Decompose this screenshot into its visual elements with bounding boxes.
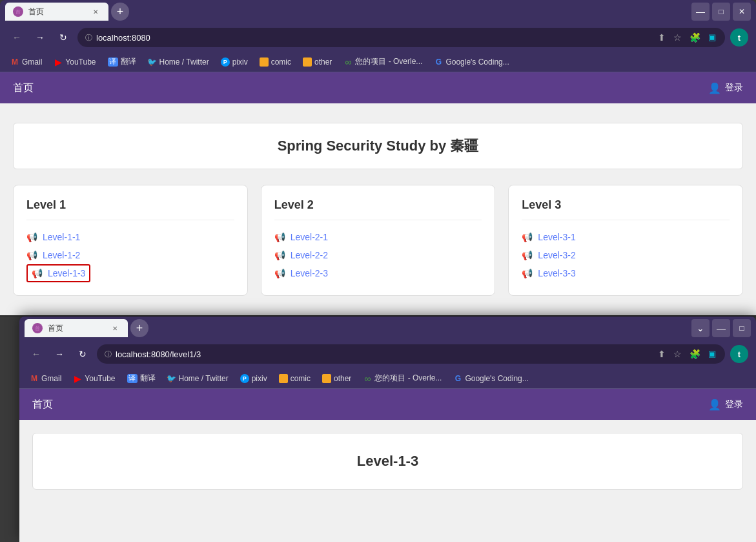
bookmark-youtube-label-2: YouTube [85,374,115,383]
bookmark-twitter-2[interactable]: 🐦 Home / Twitter [162,372,234,385]
bookmark-translate-1[interactable]: 译 翻译 [103,54,141,69]
bookmark-overle-2[interactable]: ∞ 您的项目 - Overle... [358,371,447,386]
url-bar-1[interactable]: ⓘ localhost:8080 ⬆ ☆ 🧩 ▣ [77,28,725,47]
star-icon-2[interactable]: ☆ [672,348,683,360]
link-level-3-3[interactable]: 📢 Level-3-3 [522,264,730,282]
bookmark-translate-label-2: 翻译 [140,373,156,384]
refresh-button-1[interactable]: ↻ [54,28,72,47]
level-title-box: Level-1-3 [32,433,743,490]
url-text-1: localhost:8080 [96,33,150,43]
twitter-icon-1: 🐦 [148,57,157,67]
bookmark-twitter-label-1: Home / Twitter [159,57,209,67]
megaphone-icon-3-2: 📢 [522,250,533,260]
puzzle-icon-1[interactable]: 🧩 [688,31,702,44]
new-tab-button-2[interactable]: + [130,319,148,337]
profile-button-1[interactable]: t [730,28,748,47]
new-tab-button-1[interactable]: + [111,3,129,21]
link-level-1-3[interactable]: 📢 Level-1-3 [26,264,90,282]
megaphone-icon-1-3: 📢 [32,268,43,278]
link-level-3-2[interactable]: 📢 Level-3-2 [522,246,730,264]
sidebar-icon-1[interactable]: ▣ [707,31,717,44]
page-nav-2: 首页 👤 登录 [19,389,756,420]
link-level-3-1[interactable]: 📢 Level-3-1 [522,228,730,246]
sidebar-icon-2[interactable]: ▣ [707,348,717,360]
window-maximize-2[interactable]: □ [733,319,751,337]
bookmark-other-2[interactable]: other [317,372,356,385]
megaphone-icon-1-1: 📢 [26,232,37,242]
page-content-1: 首页 👤 登录 Spring Security Study by 秦疆 Leve… [0,72,756,315]
share-icon-2[interactable]: ⬆ [657,348,667,360]
profile-button-2[interactable]: t [730,345,748,363]
main-content-1: Spring Security Study by 秦疆 Level 1 📢 Le… [0,103,756,315]
card-title-level3: Level 3 [522,198,730,220]
share-icon-1[interactable]: ⬆ [657,31,667,44]
megaphone-icon-2-2: 📢 [274,250,285,260]
bookmark-translate-2[interactable]: 译 翻译 [122,371,161,386]
bookmark-translate-label-1: 翻译 [121,56,136,67]
bookmark-gmail-1[interactable]: M Gmail [5,56,47,68]
card-title-level2: Level 2 [274,198,482,220]
bookmark-youtube-2[interactable]: ▶ YouTube [68,372,120,385]
bookmark-twitter-1[interactable]: 🐦 Home / Twitter [143,56,214,68]
card-title-level1: Level 1 [26,198,234,220]
refresh-button-2[interactable]: ↻ [74,345,92,363]
bookmark-gmail-label-1: Gmail [22,57,42,67]
overle-icon-1: ∞ [343,57,352,67]
bookmark-pixiv-2[interactable]: P pixiv [235,372,272,385]
link-level-1-1[interactable]: 📢 Level-1-1 [26,228,234,246]
window-chevron-2[interactable]: ⌄ [691,319,710,337]
tab-2[interactable]: 首 首页 ✕ [25,319,128,337]
url-bar-actions-1: ⬆ ☆ 🧩 ▣ [657,31,717,44]
forward-button-1[interactable]: → [31,28,49,47]
bookmark-other-label-2: other [334,374,351,383]
link-level-2-3[interactable]: 📢 Level-2-3 [274,264,482,282]
nav-login-1[interactable]: 👤 登录 [708,82,743,94]
gmail-icon-2: M [30,374,39,383]
star-icon-1[interactable]: ☆ [672,31,683,44]
tab-1[interactable]: 首 首页 ✕ [5,3,108,21]
login-icon-1: 👤 [708,82,721,94]
bookmark-overle-label-2: 您的项目 - Overle... [374,373,442,384]
google-icon-2: G [453,374,462,383]
bookmark-gmail-2[interactable]: M Gmail [25,372,66,385]
link-label-1-2: Level-1-2 [43,250,80,260]
link-level-2-2[interactable]: 📢 Level-2-2 [274,246,482,264]
nav-brand-2[interactable]: 首页 [32,398,53,412]
bookmark-google-2[interactable]: G Google's Coding... [448,372,533,385]
link-level-2-1[interactable]: 📢 Level-2-1 [274,228,482,246]
link-label-2-2: Level-2-2 [291,250,328,260]
tab-close-2[interactable]: ✕ [110,323,120,333]
link-label-1-1: Level-1-1 [43,232,80,242]
bookmark-other-1[interactable]: other [298,56,337,68]
bookmark-google-1[interactable]: G Google's Coding... [429,56,514,68]
megaphone-icon-2-3: 📢 [274,268,285,278]
bookmarks-bar-2: M Gmail ▶ YouTube 译 翻译 🐦 Home / Twitter … [19,368,756,389]
address-bar-1: ← → ↻ ⓘ localhost:8080 ⬆ ☆ 🧩 ▣ t [0,23,756,52]
bookmark-comic-1[interactable]: comic [254,56,296,68]
nav-brand-1[interactable]: 首页 [13,81,34,95]
forward-button-2[interactable]: → [50,345,68,363]
url-bar-2[interactable]: ⓘ localhost:8080/level1/3 ⬆ ☆ 🧩 ▣ [97,344,725,364]
bookmark-pixiv-1[interactable]: P pixiv [216,56,253,68]
window-close-1[interactable]: ✕ [733,3,751,21]
window-minimize-1[interactable]: — [691,3,710,21]
link-level-1-2[interactable]: 📢 Level-1-2 [26,246,234,264]
window-maximize-1[interactable]: □ [712,3,730,21]
other-icon-2 [322,374,331,383]
translate-icon-1: 译 [108,57,118,67]
bookmark-twitter-label-2: Home / Twitter [179,374,229,383]
window-minimize-2[interactable]: — [712,319,730,337]
megaphone-icon-2-1: 📢 [274,232,285,242]
link-label-3-3: Level-3-3 [538,268,575,278]
bookmark-overle-1[interactable]: ∞ 您的项目 - Overle... [338,54,427,69]
tab-close-1[interactable]: ✕ [90,6,101,17]
back-button-1[interactable]: ← [8,28,26,47]
nav-login-2[interactable]: 👤 登录 [708,399,743,411]
back-button-2[interactable]: ← [27,345,45,363]
bookmark-pixiv-label-1: pixiv [232,57,248,67]
bookmark-comic-2[interactable]: comic [274,372,316,385]
bookmark-gmail-label-2: Gmail [41,374,61,383]
puzzle-icon-2[interactable]: 🧩 [688,348,702,360]
megaphone-icon-3-3: 📢 [522,268,533,278]
bookmark-youtube-1[interactable]: ▶ YouTube [48,56,101,68]
